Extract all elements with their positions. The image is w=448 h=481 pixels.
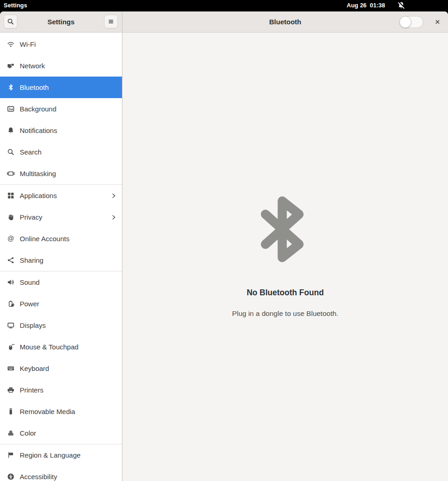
- sidebar-item-label: Mouse & Touchpad: [20, 343, 116, 351]
- empty-state-subtitle: Plug in a dongle to use Bluetooth.: [232, 310, 338, 318]
- bluetooth-icon: [6, 83, 15, 92]
- accessibility-icon: [6, 473, 15, 481]
- sidebar-item-label: Search: [20, 148, 116, 156]
- color-icon: [6, 429, 15, 437]
- panel-header: Bluetooth ×: [122, 11, 448, 32]
- sidebar-item-displays[interactable]: Displays: [0, 315, 122, 336]
- sidebar-item-label: Keyboard: [20, 365, 116, 372]
- sidebar-item-online-accounts[interactable]: @ Online Accounts: [0, 228, 122, 249]
- sidebar-item-background[interactable]: Background: [0, 98, 122, 120]
- sidebar-item-sharing[interactable]: Sharing: [0, 249, 122, 271]
- sidebar-item-label: Sharing: [20, 256, 116, 264]
- toggle-knob: [399, 16, 411, 28]
- sidebar-item-bluetooth[interactable]: Bluetooth: [0, 77, 122, 98]
- sidebar-item-label: Accessibility: [20, 473, 116, 481]
- settings-window: Settings Bluetooth ×: [0, 11, 448, 481]
- sidebar-item-label: Color: [20, 429, 116, 437]
- search-icon: [6, 148, 15, 156]
- keyboard-icon: [6, 365, 15, 373]
- sidebar-item-label: Region & Language: [20, 451, 116, 459]
- multitasking-icon: [6, 170, 15, 178]
- sidebar-item-privacy[interactable]: Privacy: [0, 206, 122, 228]
- network-icon: [6, 62, 15, 70]
- empty-state-title: No Bluetooth Found: [247, 288, 324, 298]
- sidebar-item-search[interactable]: Search: [0, 141, 122, 163]
- sidebar-item-printers[interactable]: Printers: [0, 379, 122, 401]
- notifications-muted-icon: [397, 1, 405, 10]
- sidebar-item-label: Displays: [20, 321, 116, 329]
- bluetooth-toggle[interactable]: [399, 16, 423, 28]
- online-accounts-icon: @: [6, 235, 15, 243]
- chevron-right-icon: [111, 193, 116, 199]
- top-bar: Settings Aug 26 01:38: [0, 0, 448, 11]
- sidebar-item-mouse-touchpad[interactable]: Mouse & Touchpad: [0, 336, 122, 358]
- close-button[interactable]: ×: [432, 11, 443, 32]
- sound-icon: [6, 278, 15, 287]
- removable-media-icon: [6, 408, 15, 416]
- sidebar-item-label: Background: [20, 105, 116, 113]
- sidebar-item-wifi[interactable]: Wi-Fi: [0, 33, 122, 55]
- topbar-app-name[interactable]: Settings: [4, 2, 27, 9]
- sidebar-item-color[interactable]: Color: [0, 422, 122, 444]
- background-icon: [6, 105, 15, 113]
- sidebar-item-multitasking[interactable]: Multitasking: [0, 163, 122, 184]
- power-icon: [6, 300, 15, 308]
- sidebar-item-accessibility[interactable]: Accessibility: [0, 466, 122, 481]
- hamburger-icon: [107, 18, 115, 25]
- applications-icon: [6, 192, 15, 200]
- sidebar-item-label: Applications: [20, 192, 111, 199]
- notifications-icon: [6, 127, 15, 135]
- sidebar-item-label: Wi-Fi: [20, 40, 116, 48]
- sidebar-item-region-language[interactable]: Region & Language: [0, 444, 122, 466]
- region-language-icon: [6, 451, 15, 459]
- bluetooth-panel: No Bluetooth Found Plug in a dongle to u…: [122, 33, 448, 481]
- sharing-icon: [6, 256, 15, 265]
- chevron-right-icon: [111, 215, 116, 220]
- sidebar-item-label: Bluetooth: [20, 83, 116, 91]
- sidebar-item-network[interactable]: Network: [0, 55, 122, 77]
- sidebar-item-label: Network: [20, 62, 116, 70]
- sidebar-item-power[interactable]: Power: [0, 293, 122, 315]
- menu-button[interactable]: [104, 15, 118, 28]
- sidebar-item-removable-media[interactable]: Removable Media: [0, 401, 122, 422]
- mouse-icon: [6, 343, 15, 351]
- bluetooth-large-icon: [251, 184, 313, 276]
- sidebar-item-label: Power: [20, 300, 116, 308]
- sidebar-item-applications[interactable]: Applications: [0, 185, 122, 206]
- sidebar-item-label: Removable Media: [20, 408, 116, 415]
- app-body: Wi-Fi Network Bluetoot: [0, 33, 448, 481]
- sidebar-item-label: Notifications: [20, 127, 116, 134]
- printers-icon: [6, 386, 15, 394]
- sidebar-item-label: Privacy: [20, 213, 111, 221]
- displays-icon: [6, 321, 15, 330]
- wifi-icon: [6, 40, 15, 49]
- sidebar-item-sound[interactable]: Sound: [0, 271, 122, 293]
- sidebar-item-label: Multitasking: [20, 170, 116, 177]
- sidebar-header: Settings: [0, 11, 122, 32]
- sidebar: Wi-Fi Network Bluetoot: [0, 33, 122, 481]
- sidebar-item-keyboard[interactable]: Keyboard: [0, 358, 122, 379]
- privacy-icon: [6, 213, 15, 221]
- sidebar-item-label: Sound: [20, 278, 116, 286]
- sidebar-item-notifications[interactable]: Notifications: [0, 120, 122, 141]
- header-bar: Settings Bluetooth ×: [0, 11, 448, 33]
- sidebar-item-label: Printers: [20, 386, 116, 394]
- svg-text:@: @: [7, 235, 14, 242]
- sidebar-item-label: Online Accounts: [20, 235, 116, 243]
- topbar-clock[interactable]: Aug 26 01:38: [347, 2, 385, 9]
